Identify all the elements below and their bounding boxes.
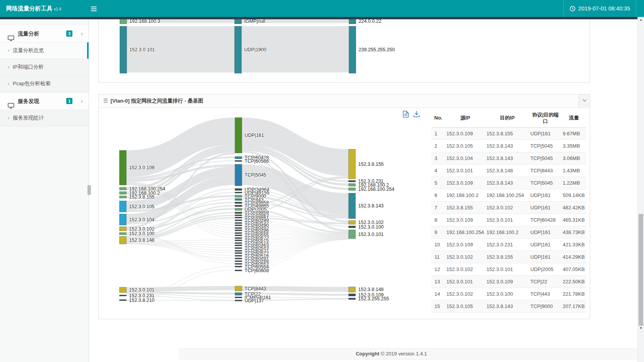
sankey-node-TCP|60514[interactable]	[235, 242, 242, 244]
sankey-node-TCP|60566[interactable]	[235, 160, 242, 162]
sankey-node-TCP|60522[interactable]	[235, 237, 242, 239]
sankey-node-TCP|443[interactable]	[235, 199, 242, 200]
scrollbar-thumb[interactable]	[639, 214, 643, 326]
sankey-node-TCP|49861[interactable]	[235, 217, 242, 218]
sankey-node-IGMP|null[interactable]	[235, 19, 242, 24]
sankey-node-TCP|60516[interactable]	[235, 255, 242, 256]
sankey-node-TCP|60489[interactable]	[235, 220, 242, 221]
sankey-node-TCP|5045[interactable]	[235, 164, 242, 186]
download-icon[interactable]	[413, 111, 420, 119]
sankey-node-152.3.8.155[interactable]	[349, 149, 356, 179]
table-cell: 12	[431, 263, 445, 275]
sankey-node-TCP|22[interactable]	[235, 293, 242, 295]
vertical-scrollbar[interactable]: ▲ ▼	[637, 17, 644, 362]
sankey-node-224.0.0.22[interactable]	[349, 19, 356, 24]
sankey-node-TCP|49863[interactable]	[235, 215, 242, 216]
table-cell: 14	[431, 288, 445, 300]
sankey-node-TCP|60556[interactable]	[235, 232, 242, 234]
table-cell: 3	[431, 152, 445, 164]
scroll-up-arrow-icon[interactable]: ▲	[638, 18, 644, 22]
sankey-node-TCP|8443[interactable]	[235, 286, 242, 291]
panel-collapse-button[interactable]	[579, 94, 590, 107]
sankey-node-152.3.0.231[interactable]	[349, 180, 356, 182]
panel-title: [Vlan-0] 指定网段之间流量排行 - 桑基图	[111, 98, 203, 104]
sankey-node-192.168.100.254[interactable]	[119, 187, 126, 190]
sankey-node-TCP|60572[interactable]	[235, 253, 242, 254]
sankey-node-239.255.255.250[interactable]	[349, 26, 356, 73]
sankey-node-TCP|49858[interactable]	[235, 202, 242, 204]
sankey-node-152.3.255.255[interactable]	[349, 298, 356, 300]
sankey-node-192.168.100.3[interactable]	[120, 19, 127, 24]
sidebar-section-label: 服务发现	[18, 98, 39, 104]
sankey-node-152.3.0.101[interactable]	[349, 230, 356, 239]
sankey-node-152.3.0.102[interactable]	[349, 221, 356, 224]
sankey-node-152.3.0.102[interactable]	[119, 227, 126, 231]
sankey-node-192.168.100.2[interactable]	[349, 184, 356, 186]
sankey-node-label: 224.0.0.22	[359, 19, 381, 24]
sankey-node-UDP|49155[interactable]	[235, 192, 242, 193]
sankey-node-TCP|60553[interactable]	[235, 263, 242, 264]
sankey-node-152.3.0.105[interactable]	[119, 201, 126, 212]
sankey-node-TCP|60608[interactable]	[235, 270, 242, 271]
sankey-node-152.3.0.109[interactable]	[349, 294, 356, 296]
sankey-node-ICMPv4|161[interactable]	[235, 297, 242, 298]
sankey-node-TCP|9000[interactable]	[235, 195, 242, 197]
table-cell: 15	[431, 300, 445, 312]
sankey-node-TCP|60496[interactable]	[235, 230, 242, 231]
sankey-node-UDP|34964[interactable]	[235, 189, 242, 190]
sidebar-item-ip-port-analysis[interactable]: ›IP和端口分析	[0, 59, 89, 76]
sankey-node-TCP|60490[interactable]	[235, 225, 242, 226]
sankey-node-TCP|60532[interactable]	[235, 222, 242, 224]
sidebar-item-service-discovery-stats[interactable]: ›服务发现统计	[0, 110, 89, 126]
sankey-node-TCP|60491[interactable]	[235, 258, 242, 259]
sankey-node-UDP|137[interactable]	[235, 300, 242, 301]
sankey-node-152.3.0.104[interactable]	[119, 214, 126, 225]
sankey-node-TCP|60555[interactable]	[235, 235, 242, 236]
sankey-node-TCP|49859[interactable]	[235, 212, 242, 214]
sankey-node-UDP|161[interactable]	[235, 118, 242, 153]
panel-body: 152.3.0.109192.168.100.254192.168.100.21…	[99, 108, 590, 319]
sidebar-section-service-discovery[interactable]: 服务发现 1 ‹	[0, 92, 89, 110]
sankey-node-TCP|60515[interactable]	[235, 240, 242, 241]
sankey-node-152.3.8.148[interactable]	[119, 236, 126, 244]
table-cell: 509.14KB	[562, 189, 586, 201]
sankey-node-152.3.8.210[interactable]	[119, 300, 126, 301]
sidebar-toggle-hamburger-icon[interactable]	[91, 5, 98, 12]
sankey-node-TCP|60554[interactable]	[235, 266, 242, 267]
sidebar-section-traffic-analysis[interactable]: 流量分析 3 ‹	[0, 25, 89, 42]
sidebar-item-traffic-overview[interactable]: ›流量分析总览	[0, 42, 89, 59]
scroll-down-arrow-icon[interactable]: ▼	[638, 326, 644, 330]
sankey-node-152.3.0.100[interactable]	[119, 232, 126, 235]
table-cell: 152.3.8.143	[485, 140, 529, 152]
sankey-node-152.3.0.101[interactable]	[119, 287, 126, 293]
table-cell: UDP|161	[529, 238, 562, 251]
sankey-node-152.3.0.101[interactable]	[120, 26, 127, 73]
sankey-node-UDP|2005[interactable]	[235, 208, 242, 210]
sankey-node-TCP|60543[interactable]	[235, 248, 242, 249]
sankey-node-152.3.8.148[interactable]	[349, 287, 356, 292]
sankey-node-TCP|49865[interactable]	[235, 205, 242, 207]
sankey-node-152.3.0.100[interactable]	[349, 226, 356, 228]
sankey-node-TCP|60488[interactable]	[235, 261, 242, 262]
sankey-node-TCP|60492[interactable]	[235, 227, 242, 229]
sankey-node-TCP|60463[interactable]	[235, 245, 242, 246]
copyright-bold: Copyright	[356, 351, 379, 357]
chevron-left-icon[interactable]: ‹	[81, 93, 83, 109]
chevron-left-icon[interactable]: ‹	[81, 25, 83, 42]
table-cell: 152.3.8.155	[485, 251, 529, 263]
sankey-node-UDP|1900[interactable]	[235, 26, 242, 73]
table-row: 8152.3.0.109152.3.0.101TCP|60428465.31KB	[431, 214, 586, 226]
sankey-node-152.3.0.109[interactable]	[119, 150, 126, 185]
sankey-node-152.3.8.143[interactable]	[349, 193, 356, 219]
sankey-node-192.168.100.2[interactable]	[119, 192, 126, 194]
sankey-node-TCP|60428[interactable]	[235, 157, 242, 159]
sankey-node-192.168.100.254[interactable]	[349, 188, 356, 190]
sankey-node-TCP|60521[interactable]	[235, 250, 242, 251]
sidebar-item-pcap-search[interactable]: ›Pcap包分析检索	[0, 76, 89, 92]
sankey-node-152.3.0.231[interactable]	[119, 295, 126, 296]
table-cell: TCP|443	[529, 288, 562, 300]
column-header-0: No.	[431, 109, 445, 127]
sidebar-resize-handle[interactable]	[87, 185, 91, 195]
document-icon[interactable]	[403, 111, 409, 119]
sankey-node-152.3.8.155[interactable]	[119, 196, 126, 198]
